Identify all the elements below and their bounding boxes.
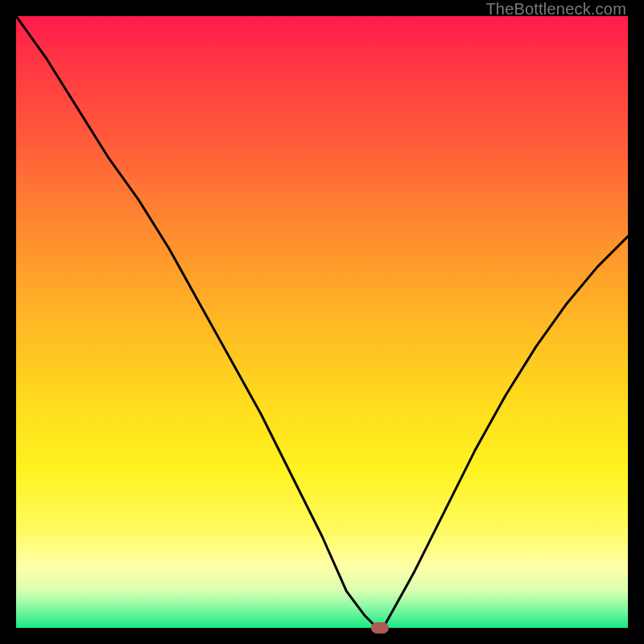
plot-area [16, 16, 628, 628]
bottleneck-curve [16, 16, 628, 628]
optimum-marker [371, 622, 389, 634]
chart-frame: TheBottleneck.com [0, 0, 644, 644]
